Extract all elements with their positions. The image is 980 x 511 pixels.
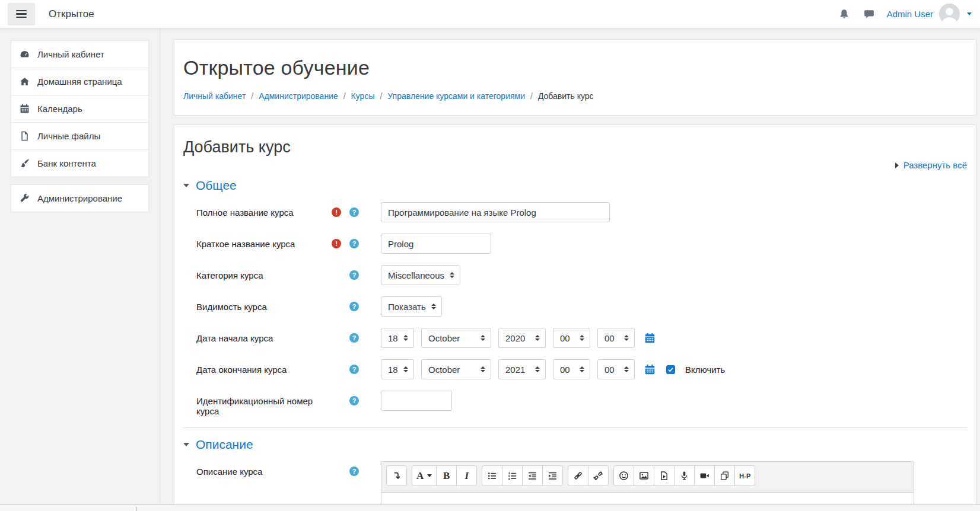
startdate-year-select[interactable]: 2020 xyxy=(498,328,546,348)
dashboard-icon xyxy=(20,49,30,59)
select-arrows-icon xyxy=(580,335,584,341)
enddate-enable-label[interactable]: Включить xyxy=(685,365,725,375)
form-title: Добавить курс xyxy=(183,138,967,157)
startdate-month-select[interactable]: October xyxy=(421,328,491,348)
editor-link-button[interactable] xyxy=(568,465,588,486)
sidebar-item-private-files[interactable]: Личные файлы xyxy=(11,122,149,150)
editor-image-button[interactable] xyxy=(634,465,654,486)
avatar[interactable] xyxy=(939,4,960,24)
add-course-form-card: Добавить курс Развернуть всё Общее Полно… xyxy=(174,124,976,511)
section-description-title: Описание xyxy=(196,437,253,452)
top-navbar: Открытое Admin User xyxy=(0,0,980,28)
select-arrows-icon xyxy=(624,335,629,341)
help-icon[interactable]: ? xyxy=(349,365,359,374)
category-label: Категория курса xyxy=(196,265,332,280)
startdate-day-select[interactable]: 18 xyxy=(381,328,414,348)
help-icon[interactable]: ? xyxy=(349,467,359,476)
site-brand[interactable]: Открытое xyxy=(49,8,94,20)
editor-italic-button[interactable]: I xyxy=(456,465,477,486)
description-editor: A B I xyxy=(381,461,914,510)
messages-icon[interactable] xyxy=(863,8,875,20)
enddate-calendar-icon[interactable] xyxy=(644,364,656,375)
section-description-header[interactable]: Описание xyxy=(183,437,967,452)
breadcrumb-link-dashboard[interactable]: Личный кабинет xyxy=(183,91,246,101)
brush-icon xyxy=(20,158,30,168)
calendar-icon xyxy=(20,104,30,114)
editor-manage-files-button[interactable] xyxy=(714,465,735,486)
breadcrumb-link-course-management[interactable]: Управление курсами и категориями xyxy=(387,91,525,101)
help-icon[interactable]: ? xyxy=(349,302,359,311)
editor-emoji-button[interactable] xyxy=(613,465,634,486)
help-icon[interactable]: ? xyxy=(349,333,359,343)
copy-files-icon xyxy=(720,471,730,481)
visibility-label: Видимость курса xyxy=(196,296,332,312)
select-arrows-icon xyxy=(624,366,629,373)
help-icon[interactable]: ? xyxy=(349,270,359,280)
editor-media-button[interactable] xyxy=(654,465,674,486)
editor-indent-button[interactable] xyxy=(542,465,563,486)
form-row-shortname: Краткое название курса ! ? xyxy=(183,234,967,254)
file-icon xyxy=(20,131,30,141)
sidebar-item-label: Банк контента xyxy=(37,158,96,168)
idnumber-label: Идентификационный номер курса xyxy=(196,391,332,416)
required-icon: ! xyxy=(332,207,341,217)
editor-record-audio-button[interactable] xyxy=(674,465,695,486)
enddate-month-select[interactable]: October xyxy=(421,359,491,379)
category-select[interactable]: Miscellaneous xyxy=(381,265,460,285)
sidebar-item-administration[interactable]: Администрирование xyxy=(11,184,149,212)
section-collapse-caret-icon xyxy=(183,443,189,446)
sidebar-item-dashboard[interactable]: Личный кабинет xyxy=(11,40,149,68)
breadcrumb-link-administration[interactable]: Администрирование xyxy=(259,91,338,101)
shortname-input[interactable] xyxy=(381,234,491,254)
enddate-hour-select[interactable]: 00 xyxy=(553,359,590,379)
section-divider xyxy=(183,427,967,428)
notifications-bell-icon[interactable] xyxy=(838,8,850,20)
help-icon[interactable]: ? xyxy=(349,396,359,405)
startdate-minute-select[interactable]: 00 xyxy=(597,328,635,348)
expand-all-link[interactable]: Развернуть всё xyxy=(903,160,967,170)
enddate-enable-checkbox[interactable] xyxy=(666,365,675,374)
editor-ordered-list-button[interactable] xyxy=(502,465,523,486)
editor-unordered-list-button[interactable] xyxy=(482,465,502,486)
help-icon[interactable]: ? xyxy=(349,207,359,217)
image-icon xyxy=(639,471,649,481)
form-row-description: Описание курса ? xyxy=(183,461,967,510)
idnumber-input[interactable] xyxy=(381,391,452,411)
user-menu-caret-icon[interactable] xyxy=(967,12,972,15)
editor-paragraph-style-button[interactable]: A xyxy=(412,465,437,486)
editor-outdent-button[interactable] xyxy=(522,465,543,486)
help-icon[interactable]: ? xyxy=(349,239,359,248)
breadcrumb-link-courses[interactable]: Курсы xyxy=(351,91,375,101)
enddate-label: Дата окончания курса xyxy=(196,359,332,375)
select-arrows-icon xyxy=(403,366,408,373)
startdate-calendar-icon[interactable] xyxy=(644,333,656,344)
unlink-icon xyxy=(593,471,603,481)
visibility-select[interactable]: Показать xyxy=(381,296,442,317)
select-arrows-icon xyxy=(431,304,436,310)
editor-unlink-button[interactable] xyxy=(588,465,609,486)
editor-html-button[interactable]: H-P xyxy=(734,465,755,486)
sidebar-item-label: Личные файлы xyxy=(37,131,100,141)
sidebar-item-calendar[interactable]: Календарь xyxy=(11,95,149,123)
chevron-down-icon xyxy=(427,474,432,477)
menu-toggle-button[interactable] xyxy=(8,3,35,25)
outdent-icon xyxy=(527,471,537,481)
enddate-year-select[interactable]: 2021 xyxy=(498,359,546,379)
sidebar-item-content-bank[interactable]: Банк контента xyxy=(11,149,149,177)
emoji-icon xyxy=(619,471,629,481)
page-header-card: Открытое обучение Личный кабинет / Админ… xyxy=(174,39,976,116)
footer-edge xyxy=(0,504,980,511)
video-camera-icon xyxy=(699,471,709,481)
fullname-label: Полное название курса xyxy=(196,202,332,218)
editor-bold-button[interactable]: B xyxy=(436,465,457,486)
editor-record-video-button[interactable] xyxy=(694,465,715,486)
user-menu-link[interactable]: Admin User xyxy=(887,9,933,19)
enddate-day-select[interactable]: 18 xyxy=(381,359,414,379)
enddate-minute-select[interactable]: 00 xyxy=(597,359,635,379)
section-general-header[interactable]: Общее xyxy=(183,178,967,193)
fullname-input[interactable] xyxy=(381,202,610,222)
editor-collapse-button[interactable] xyxy=(386,465,407,486)
form-row-visibility: Видимость курса ? Показать xyxy=(183,296,967,317)
startdate-hour-select[interactable]: 00 xyxy=(553,328,590,348)
sidebar-item-home[interactable]: Домашняя страница xyxy=(11,68,149,95)
